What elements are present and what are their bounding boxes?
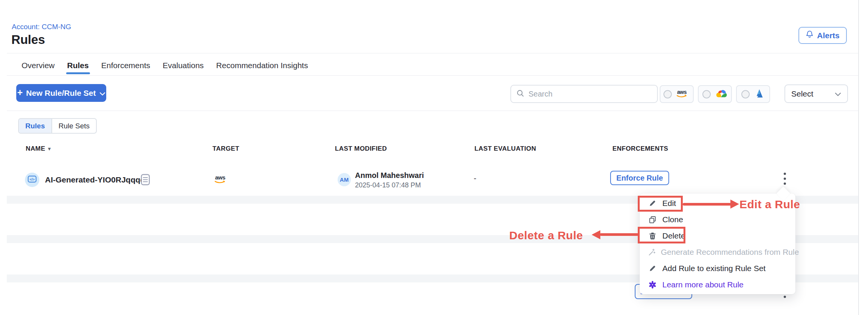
page-title: Rules [11,33,45,47]
search-input[interactable] [529,90,652,98]
radio-icon[interactable] [663,90,672,98]
modified-by-name: Anmol Maheshwari [355,171,424,180]
tab-enforcements[interactable]: Enforcements [101,61,150,70]
toolbar-divider [7,111,858,111]
tabs-divider [7,75,858,76]
edit-highlight-box [638,196,683,212]
radio-icon[interactable] [702,90,711,98]
toggle-rules[interactable]: Rules [19,119,52,133]
plus-icon: + [17,88,23,97]
modified-date: 2025-04-15 07:48 PM [355,181,421,189]
delete-highlight-box [638,227,685,243]
page-right-border [858,0,859,315]
menu-item-add-to-rule-set[interactable]: Add Rule to existing Rule Set [640,260,795,276]
rules-page: Account: CCM-NG Rules Alerts Overview Ru… [0,0,868,315]
column-name[interactable]: NAME ▾ [26,145,51,153]
radio-icon[interactable] [741,90,750,98]
edit-annotation-label: Edit a Rule [739,198,800,211]
tab-recommendation-insights[interactable]: Recommendation Insights [216,61,308,70]
menu-item-generate-recommendations[interactable]: Generate Recommendations from Rule [640,244,795,260]
aws-logo-icon: aws [676,89,690,100]
edit-arrowhead-icon [730,200,739,209]
tab-rules[interactable]: Rules [67,61,89,70]
menu-item-learn-more[interactable]: Learn more about Rule [640,276,795,293]
chevron-down-icon [99,89,105,98]
provider-filter-aws[interactable]: aws [660,85,694,103]
user-avatar: AM [338,173,351,186]
chevron-down-icon [835,89,841,98]
gcp-logo-icon [715,89,727,100]
delete-annotation-label: Delete a Rule [509,229,583,242]
svg-text:aws: aws [215,174,225,181]
tab-overview[interactable]: Overview [22,61,55,70]
ai-flower-icon [648,281,657,289]
edit-arrow-line [683,203,731,206]
toggle-rule-sets[interactable]: Rule Sets [52,119,96,133]
target-aws-logo: aws [213,174,228,186]
azure-logo-icon [753,89,765,100]
code-rule-icon: </> [28,175,37,185]
header-divider [7,53,858,53]
magic-wand-icon [648,248,656,256]
filter-select-dropdown[interactable]: Select [784,84,848,103]
menu-item-clone[interactable]: Clone [640,211,795,228]
alerts-label: Alerts [817,31,840,40]
column-target: TARGET [212,145,239,153]
copy-icon [648,216,657,223]
row-actions-kebab-icon[interactable] [780,170,790,187]
select-value: Select [791,89,813,98]
delete-arrow-line [600,233,639,236]
rule-avatar: </> [25,173,39,187]
provider-filter-gcp[interactable] [698,85,732,103]
new-rule-label: New Rule/Rule Set [26,89,96,98]
svg-text:aws: aws [677,89,687,95]
rule-name-link[interactable]: AI-Generated-YIO0RJqqqq [45,175,145,184]
column-last-evaluation: LAST EVALUATION [474,145,536,153]
sort-caret-icon[interactable]: ▾ [48,145,51,152]
alerts-button[interactable]: Alerts [798,27,847,44]
bell-icon [806,30,814,41]
tab-evaluations[interactable]: Evaluations [163,61,204,70]
column-last-modified: LAST MODIFIED [335,145,387,153]
pencil-icon [648,265,657,272]
column-enforcements: ENFORCEMENTS [612,145,668,153]
last-evaluation-value: - [474,174,476,183]
svg-text:</>: </> [29,178,34,181]
breadcrumb[interactable]: Account: CCM-NG [12,23,71,31]
tab-bar: Overview Rules Enforcements Evaluations … [22,56,308,75]
provider-filter-azure[interactable] [736,85,770,103]
new-rule-button[interactable]: + New Rule/Rule Set [16,84,106,102]
rules-view-toggle: Rules Rule Sets [18,118,97,134]
enforce-rule-button[interactable]: Enforce Rule [610,171,669,185]
search-icon [516,89,524,99]
search-box [510,85,658,103]
delete-arrowhead-icon [592,230,600,239]
rule-description-icon[interactable] [141,174,150,187]
table-header: NAME ▾ TARGET LAST MODIFIED LAST EVALUAT… [0,145,868,156]
